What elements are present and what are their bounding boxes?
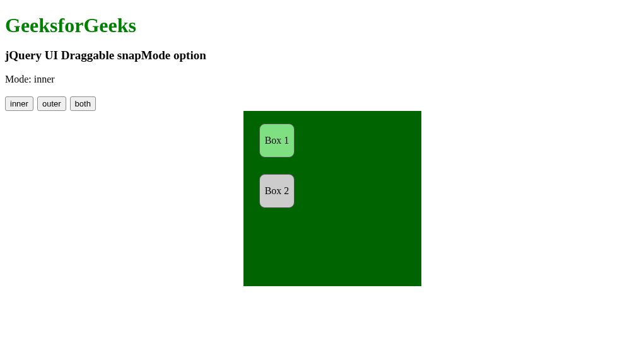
inner-button[interactable]: inner <box>5 96 33 111</box>
mode-value: inner <box>34 74 55 84</box>
drag-arena: Box 1 Box 2 <box>243 111 421 286</box>
button-row: inner outer both <box>5 96 639 111</box>
outer-button[interactable]: outer <box>37 96 66 111</box>
page-subtitle: jQuery UI Draggable snapMode option <box>5 49 639 62</box>
page-title: GeeksforGeeks <box>5 14 639 37</box>
both-button[interactable]: both <box>70 96 96 111</box>
draggable-box-2[interactable]: Box 2 <box>259 174 295 208</box>
mode-line: Mode: inner <box>5 74 639 85</box>
draggable-box-1[interactable]: Box 1 <box>259 124 295 158</box>
mode-label: Mode: <box>5 74 34 84</box>
